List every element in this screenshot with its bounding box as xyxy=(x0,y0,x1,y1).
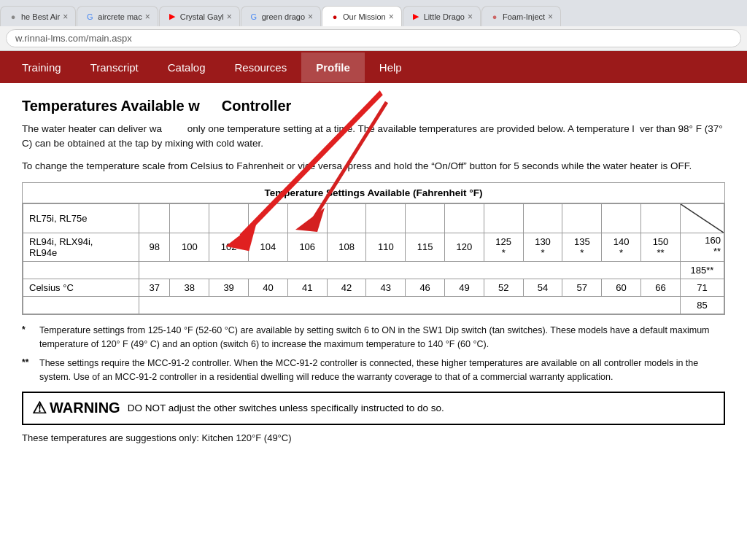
browser-tab-5[interactable]: ▶ Little Drago × xyxy=(403,6,481,26)
tab-close-2[interactable]: × xyxy=(227,12,232,22)
diagonal-cell xyxy=(681,203,724,233)
paragraph-1: The water heater can deliver water at on… xyxy=(22,122,725,152)
browser-tab-0[interactable]: ● he Best Air × xyxy=(0,6,76,26)
section-heading: Temperatures Available with Controller xyxy=(22,98,725,114)
tab-favicon-1: G xyxy=(85,12,95,22)
tab-favicon-0: ● xyxy=(8,12,18,22)
warning-text: DO NOT adjust the other switches unless … xyxy=(128,402,444,413)
table-row-rl94: RL94i, RLX94i,RL94e 98 100 102 104 106 1… xyxy=(23,233,724,261)
warning-triangle-icon: ⚠ xyxy=(32,399,47,418)
address-bar[interactable]: w.rinnai-lms.com/main.aspx xyxy=(6,29,741,47)
content-area: Temperatures Available with Controller T… xyxy=(0,83,747,467)
tab-favicon-3: G xyxy=(249,12,259,22)
tab-label-0: he Best Air xyxy=(21,12,60,21)
browser-tab-4[interactable]: ● Our Mission × xyxy=(322,6,402,26)
table-caption: Temperature Settings Available (Fahrenhe… xyxy=(23,183,724,203)
browser-tab-1[interactable]: G aircrete mac × xyxy=(77,6,158,26)
browser-chrome: ● he Best Air × G aircrete mac × ▶ Cryst… xyxy=(0,0,747,51)
nav-item-transcript[interactable]: Transcript xyxy=(76,52,153,82)
footnotes: * Temperature settings from 125-140 °F (… xyxy=(22,324,725,384)
row-label-rl75: RL75i, RL75e xyxy=(23,203,139,233)
warning-box: ⚠ WARNING DO NOT adjust the other switch… xyxy=(22,392,725,425)
tab-favicon-5: ▶ xyxy=(411,12,421,22)
footnote-single-star: * Temperature settings from 125-140 °F (… xyxy=(22,324,725,351)
footnote-double-star: ** These settings require the MCC-91-2 c… xyxy=(22,357,725,384)
warning-label-text: WARNING xyxy=(50,400,120,416)
tab-close-1[interactable]: × xyxy=(145,12,150,22)
tab-close-6[interactable]: × xyxy=(548,12,553,22)
tab-label-3: green drago xyxy=(262,12,305,21)
tab-label-4: Our Mission xyxy=(343,12,386,21)
tab-close-0[interactable]: × xyxy=(63,12,68,22)
tab-close-5[interactable]: × xyxy=(468,12,473,22)
browser-tab-6[interactable]: ● Foam-Inject × xyxy=(481,6,561,26)
tab-close-4[interactable]: × xyxy=(389,12,394,22)
tab-favicon-6: ● xyxy=(489,12,500,22)
footer-note: These temperatures are suggestions only:… xyxy=(22,431,725,446)
nav-item-help[interactable]: Help xyxy=(365,52,417,82)
row-label-rl94: RL94i, RLX94i,RL94e xyxy=(23,233,139,261)
nav-item-catalog[interactable]: Catalog xyxy=(153,52,220,82)
table-row-rl75: RL75i, RL75e xyxy=(23,203,724,233)
address-text: w.rinnai-lms.com/main.aspx xyxy=(15,33,132,44)
temperature-table: RL75i, RL75e RL94i, RLX94i,RL94e 98 xyxy=(23,203,724,314)
nav-item-resources[interactable]: Resources xyxy=(220,52,301,82)
nav-item-training[interactable]: Training xyxy=(7,52,76,82)
browser-tab-3[interactable]: G green drago × xyxy=(241,6,321,26)
tab-bar: ● he Best Air × G aircrete mac × ▶ Cryst… xyxy=(0,0,747,26)
tab-favicon-2: ▶ xyxy=(167,12,177,22)
tab-label-2: Crystal Gayl xyxy=(180,12,224,21)
tab-favicon-4: ● xyxy=(330,12,340,22)
temperature-table-wrapper: Temperature Settings Available (Fahrenhe… xyxy=(22,182,725,315)
tab-label-6: Foam-Inject xyxy=(503,12,545,21)
browser-tab-2[interactable]: ▶ Crystal Gayl × xyxy=(159,6,240,26)
tab-label-1: aircrete mac xyxy=(98,12,142,21)
paragraph-2: To change the temperature scale from Cel… xyxy=(22,159,725,174)
svg-line-2 xyxy=(681,204,724,233)
table-row-celsius-85: 85 xyxy=(23,296,724,314)
tab-label-5: Little Drago xyxy=(424,12,465,21)
nav-bar: TrainingTranscriptCatalogResourcesProfil… xyxy=(0,51,747,83)
tab-close-3[interactable]: × xyxy=(308,12,313,22)
nav-item-profile[interactable]: Profile xyxy=(301,52,365,82)
row-label-celsius: Celsius °C xyxy=(23,279,139,296)
table-row-185: 185** xyxy=(23,261,724,279)
table-row-celsius: Celsius °C 37 38 39 40 41 42 43 46 49 52… xyxy=(23,279,724,296)
